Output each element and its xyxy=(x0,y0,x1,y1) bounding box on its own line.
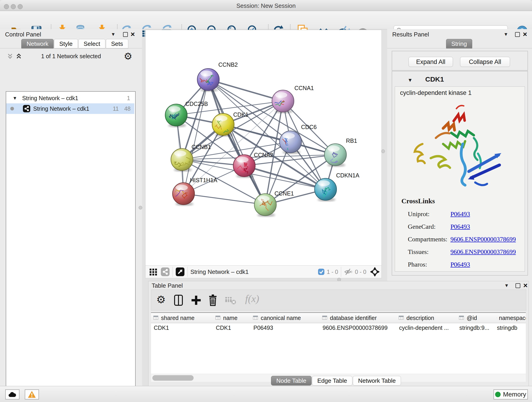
collapse-all-button[interactable]: Collapse All xyxy=(460,57,510,67)
table-cell[interactable]: stringdb xyxy=(494,323,526,332)
grid-view-icon[interactable] xyxy=(149,268,157,276)
birds-eye-view-icon[interactable] xyxy=(176,267,185,276)
table-panel-menu-icon[interactable]: ▾ xyxy=(505,282,508,288)
network-node-CCNE1[interactable] xyxy=(254,194,276,217)
column-header-@id[interactable]: @id xyxy=(457,313,494,323)
string-network-icon xyxy=(23,105,31,113)
network-label: String Network – cdk1 xyxy=(33,105,89,112)
network-canvas[interactable]: CCNB2CCNA1CDC25BCDK1CDC6RB1CCNB1CCNA2CDK… xyxy=(145,30,382,266)
function-builder-icon: f(x) xyxy=(245,293,259,305)
crosslink-row: Tissues:9606.ENSP00000378699 xyxy=(408,245,522,258)
control-panel-float-icon[interactable] xyxy=(123,32,128,37)
network-node-HIST1H1A[interactable] xyxy=(172,183,195,206)
table-cell[interactable]: CDK1 xyxy=(151,323,213,332)
table-panel-float-icon[interactable] xyxy=(515,283,520,288)
column-header-name[interactable]: name xyxy=(213,313,251,323)
tab-string[interactable]: String xyxy=(446,39,472,49)
network-status-dot xyxy=(10,107,14,110)
results-panel-float-icon[interactable] xyxy=(515,32,520,37)
fit-center-crosshair-icon[interactable] xyxy=(370,267,380,277)
tab-edge-table[interactable]: Edge Table xyxy=(312,376,352,385)
tab-select[interactable]: Select xyxy=(78,39,105,49)
network-collection-row[interactable]: ▼ String Network – cdk1 1 xyxy=(6,93,134,103)
results-panel-menu-icon[interactable]: ▾ xyxy=(505,31,507,37)
network-view-title: String Network – cdk1 xyxy=(190,268,249,275)
crosslinks-heading: CrossLinks xyxy=(401,197,435,205)
memory-button[interactable]: Memory xyxy=(494,389,528,400)
crosslink-value-link[interactable]: 9606.ENSP00000378699 xyxy=(450,236,516,243)
expand-all-button[interactable]: Expand All xyxy=(409,57,453,67)
node-label-RB1: RB1 xyxy=(346,138,357,144)
network-row[interactable]: String Network – cdk1 11 48 xyxy=(6,103,134,114)
protein-details: cyclin-dependent kinase 1 Cro xyxy=(395,86,525,272)
network-node-CCNA1[interactable] xyxy=(272,90,294,113)
column-type-icon xyxy=(459,315,465,321)
control-panel-close-icon[interactable]: × xyxy=(131,32,135,36)
cloud-button[interactable] xyxy=(5,389,19,400)
table-panel-close-icon[interactable]: × xyxy=(523,283,528,288)
protein-structure-image xyxy=(409,99,510,192)
crosslink-value-link[interactable]: P06493 xyxy=(450,223,470,230)
column-header-description[interactable]: description xyxy=(396,313,457,323)
table-toolbar: ⚙ f(x) xyxy=(151,289,526,311)
network-node-CDKN1A[interactable] xyxy=(315,178,336,201)
right-splitter-handle[interactable] xyxy=(381,149,385,153)
column-header-database-identifier[interactable]: database identifier xyxy=(320,313,397,323)
warnings-button[interactable] xyxy=(25,389,39,400)
network-tree: ▼ String Network – cdk1 1 String Network… xyxy=(6,91,136,402)
collection-expander-icon[interactable]: ▼ xyxy=(13,96,17,101)
node-label-CDK1: CDK1 xyxy=(233,111,249,118)
control-panel-menu-icon[interactable]: ▾ xyxy=(112,31,114,37)
tab-sets[interactable]: Sets xyxy=(106,39,128,49)
column-header-label: namespace xyxy=(499,315,526,321)
column-type-icon xyxy=(322,315,328,321)
node-table[interactable]: shared nameCDK1nameCDK1canonical nameP06… xyxy=(151,313,526,374)
crosslink-label: Pharos: xyxy=(408,261,450,268)
protein-name: CDK1 xyxy=(425,75,444,83)
tab-network[interactable]: Network xyxy=(21,39,54,49)
crosslink-value-link[interactable]: 9606.ENSP00000378699 xyxy=(450,248,516,255)
crosslink-value-link[interactable]: P06493 xyxy=(450,261,470,268)
cloud-icon xyxy=(8,391,17,397)
crosslink-value-link[interactable]: P06493 xyxy=(450,211,470,218)
table-cell[interactable]: cyclin-dependent ... xyxy=(396,323,457,332)
node-label-HIST1H1A: HIST1H1A xyxy=(190,177,217,183)
column-header-canonical-name[interactable]: canonical name xyxy=(251,313,320,323)
expand-all-icon[interactable] xyxy=(15,53,22,59)
scrollbar-thumb[interactable] xyxy=(152,375,194,381)
title-bar: Session: New Session xyxy=(0,0,532,11)
control-panel: Control Panel ▾ × NetworkStyleSelectSets… xyxy=(0,29,142,386)
table-cell[interactable]: stringdb:9... xyxy=(457,323,494,332)
table-cell[interactable]: 9606.ENSP00000378699 xyxy=(320,323,396,332)
column-selector-icon[interactable] xyxy=(174,295,184,306)
tab-style[interactable]: Style xyxy=(54,39,78,49)
crosslinks-list: Uniprot:P06493GeneCard:P06493Compartment… xyxy=(408,208,522,271)
network-node-CCNB1[interactable] xyxy=(171,148,193,172)
share-view-icon[interactable] xyxy=(161,267,170,276)
table-cell[interactable]: CDK1 xyxy=(213,323,251,332)
tab-network-table[interactable]: Network Table xyxy=(353,376,401,385)
string-network-graph[interactable]: CCNB2CCNA1CDC25BCDK1CDC6RB1CCNB1CCNA2CDK… xyxy=(146,30,381,266)
memory-label: Memory xyxy=(503,391,526,398)
hidden-counts: 0 - 0 xyxy=(355,269,366,275)
warning-icon xyxy=(28,391,36,398)
selected-checkbox-icon[interactable] xyxy=(318,269,324,275)
left-splitter-handle[interactable] xyxy=(139,206,142,210)
protein-collapse-icon[interactable]: ▼ xyxy=(408,77,413,83)
table-settings-gear-icon[interactable]: ⚙ xyxy=(156,293,166,306)
tab-node-table[interactable]: Node Table xyxy=(271,376,312,385)
column-header-label: description xyxy=(406,315,434,321)
column-type-icon xyxy=(215,315,221,321)
column-type-icon xyxy=(399,315,405,321)
table-cell[interactable]: P06493 xyxy=(251,323,320,332)
delete-column-trash-icon[interactable] xyxy=(208,294,218,306)
column-header-shared-name[interactable]: shared name xyxy=(151,313,213,323)
column-header-namespace[interactable]: namespace xyxy=(494,313,526,323)
network-options-gear-icon[interactable]: ⚙ xyxy=(124,51,133,62)
network-node-RB1[interactable] xyxy=(324,144,346,167)
node-label-CCNB2: CCNB2 xyxy=(218,61,238,68)
network-node-CDC25B[interactable] xyxy=(165,104,187,127)
results-panel-close-icon[interactable]: × xyxy=(523,32,527,36)
add-column-icon[interactable] xyxy=(191,295,202,306)
collapse-all-icon[interactable] xyxy=(6,53,14,59)
